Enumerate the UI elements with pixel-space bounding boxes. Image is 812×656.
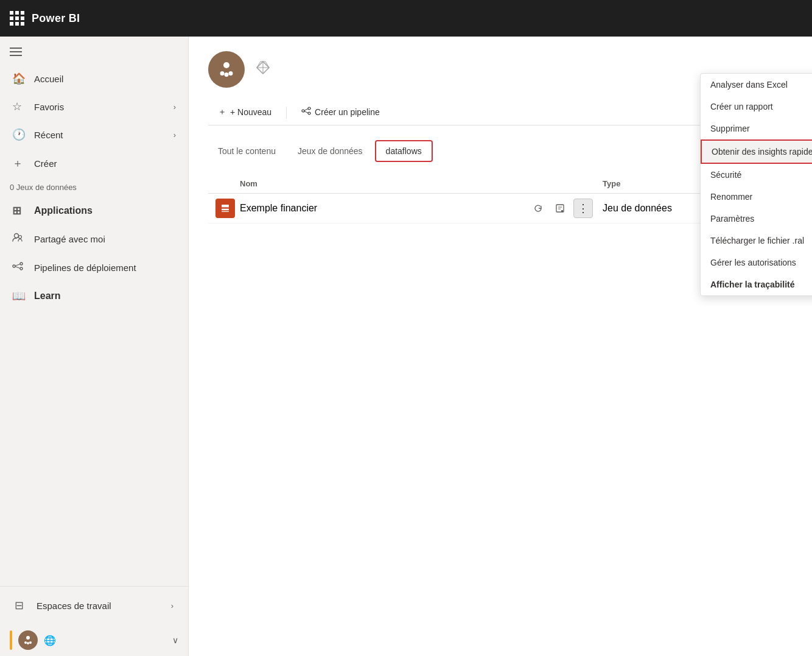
book-icon: 📖 <box>12 289 26 303</box>
svg-point-9 <box>308 112 310 115</box>
chevron-right-icon-3: › <box>171 601 173 610</box>
datasets-count: 0 Jeux de données <box>0 178 188 197</box>
main-workspace-avatar <box>208 51 245 88</box>
layout: 🏠 Accueil ☆ Favoris › 🕐 Récent › ＋ Créer… <box>0 37 812 656</box>
dataset-icon-box <box>215 199 235 218</box>
svg-rect-14 <box>222 209 229 210</box>
sidebar-label-recent: Récent <box>34 130 63 140</box>
chevron-right-icon-2: › <box>173 130 176 139</box>
creer-pipeline-button[interactable]: Créer un pipeline <box>292 100 390 125</box>
context-menu-analyser[interactable]: Analyser dans Excel <box>701 74 812 96</box>
more-options-button[interactable]: ⋮ <box>573 199 593 218</box>
chevron-right-icon: › <box>173 102 176 111</box>
globe-icon: 🌐 <box>44 635 56 646</box>
action-icons-group: ⋮ <box>530 199 603 218</box>
context-menu: Analyser dans Excel Créer un rapport Sup… <box>700 73 812 296</box>
sidebar-item-favoris[interactable]: ☆ Favoris › <box>2 94 186 119</box>
svg-point-3 <box>20 263 23 265</box>
svg-point-4 <box>20 267 23 270</box>
col-header-type: Type <box>603 179 712 188</box>
report-icon[interactable] <box>551 200 569 217</box>
context-menu-supprimer[interactable]: Supprimer <box>701 118 812 139</box>
hamburger-icon <box>10 48 22 56</box>
workspace-icon: ⊟ <box>15 599 28 612</box>
row-name: Exemple financier <box>240 203 530 214</box>
sidebar-item-espaces[interactable]: ⊟ Espaces de travail › <box>5 593 183 618</box>
sidebar-label-applications: Applications <box>34 205 93 216</box>
refresh-icon[interactable] <box>530 200 547 217</box>
toolbar-divider <box>286 107 287 119</box>
clock-icon: 🕐 <box>12 128 26 141</box>
workspace-chevron[interactable]: ∨ <box>172 635 178 645</box>
row-name-text: Exemple financier <box>240 203 317 213</box>
sidebar-label-espaces: Espaces de travail <box>37 601 111 611</box>
svg-line-11 <box>304 111 308 113</box>
shared-icon <box>12 232 26 246</box>
svg-rect-15 <box>222 211 229 212</box>
svg-point-0 <box>15 234 19 238</box>
hamburger-button[interactable] <box>0 41 188 62</box>
plus-icon: ＋ <box>12 156 26 171</box>
star-icon: ☆ <box>12 100 26 113</box>
sidebar-label-creer: Créer <box>34 158 57 169</box>
creer-pipeline-label: Créer un pipeline <box>315 107 380 117</box>
pipeline-icon <box>12 261 26 275</box>
row-type: Jeu de données <box>603 203 712 214</box>
col-header-nom: Nom <box>240 179 530 188</box>
plus-nouveau-icon: ＋ <box>218 107 226 118</box>
sidebar-bottom-section: ⊟ Espaces de travail › <box>0 586 188 624</box>
svg-rect-13 <box>222 205 229 207</box>
sidebar-item-accueil[interactable]: 🏠 Accueil <box>2 66 186 91</box>
context-menu-renommer[interactable]: Renommer <box>701 186 812 208</box>
row-dataset-icon <box>215 199 240 218</box>
topbar: Power BI <box>0 0 812 37</box>
context-menu-tracabilite[interactable]: Afficher la traçabilité <box>701 273 812 295</box>
sidebar-item-recent[interactable]: 🕐 Récent › <box>2 122 186 147</box>
tab-tout[interactable]: Tout le contenu <box>208 141 285 161</box>
context-menu-insights[interactable]: Obtenir des insights rapides ↖ <box>701 139 812 164</box>
svg-point-1 <box>19 236 22 239</box>
app-grid-icon[interactable] <box>10 11 24 26</box>
svg-point-2 <box>13 265 15 267</box>
sidebar-item-pipelines[interactable]: Pipelines de déploiement <box>2 255 186 281</box>
sidebar-label-partage: Partagé avec moi <box>34 234 105 244</box>
tab-dataflows[interactable]: dataflows <box>375 140 433 162</box>
context-menu-parametres[interactable]: Paramètres <box>701 208 812 230</box>
sidebar-label-pipelines: Pipelines de déploiement <box>34 263 136 273</box>
sidebar-item-creer[interactable]: ＋ Créer <box>2 150 186 177</box>
context-menu-telecharger[interactable]: Télécharger le fichier .ral <box>701 230 812 252</box>
context-menu-gerer[interactable]: Gérer les autorisations <box>701 252 812 273</box>
svg-rect-19 <box>561 210 563 212</box>
diamond-icon <box>254 59 271 80</box>
active-workspace-indicator <box>10 630 12 650</box>
workspace-row[interactable]: 🌐 ∨ <box>0 624 188 656</box>
nouveau-label: + Nouveau <box>230 107 271 117</box>
row-actions: ⋮ <box>530 199 603 218</box>
home-icon: 🏠 <box>12 72 26 85</box>
sidebar-item-partage[interactable]: Partagé avec moi <box>2 226 186 252</box>
svg-line-5 <box>15 264 20 266</box>
sidebar-item-applications[interactable]: ⊞ Applications <box>2 198 186 224</box>
workspace-avatar-icon <box>18 630 38 650</box>
apps-icon: ⊞ <box>12 204 26 217</box>
sidebar-label-accueil: Accueil <box>34 74 63 84</box>
sidebar-label-learn: Learn <box>34 291 61 302</box>
context-menu-securite[interactable]: Sécurité <box>701 164 812 186</box>
context-menu-creer-rapport[interactable]: Créer un rapport <box>701 96 812 118</box>
tab-datasets[interactable]: Jeux de données <box>288 141 373 161</box>
svg-point-7 <box>302 110 304 112</box>
svg-point-8 <box>308 107 310 110</box>
svg-line-10 <box>304 109 308 111</box>
app-title: Power BI <box>32 12 80 25</box>
svg-line-6 <box>15 267 20 269</box>
main-content: ＋ + Nouveau Créer un pipeline <box>189 37 812 656</box>
sidebar-item-learn[interactable]: 📖 Learn <box>2 283 186 309</box>
nouveau-button[interactable]: ＋ + Nouveau <box>208 101 281 125</box>
sidebar: 🏠 Accueil ☆ Favoris › 🕐 Récent › ＋ Créer… <box>0 37 189 656</box>
pipeline-toolbar-icon <box>301 106 311 118</box>
sidebar-label-favoris: Favoris <box>34 102 64 112</box>
